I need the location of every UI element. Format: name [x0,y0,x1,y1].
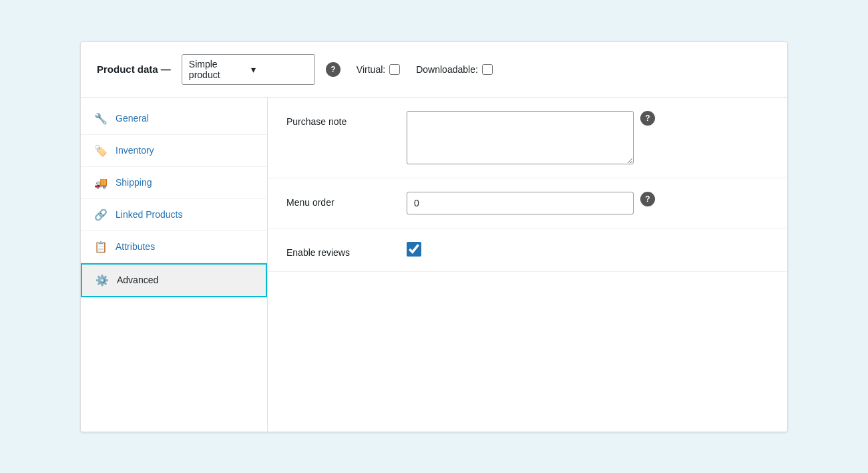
truck-icon: 🚚 [94,176,107,189]
menu-order-label: Menu order [286,192,393,208]
tag-icon: 🏷️ [94,144,107,157]
product-type-help-icon[interactable]: ? [326,62,341,77]
virtual-label: Virtual: [357,64,385,75]
sidebar-label-inventory: Inventory [116,145,154,156]
sidebar-label-linked-products: Linked Products [116,209,182,220]
sidebar-item-advanced[interactable]: ⚙️ Advanced [81,263,267,297]
dropdown-arrow-icon: ▾ [251,64,308,75]
downloadable-checkbox[interactable] [482,64,493,75]
enable-reviews-checkbox[interactable] [407,242,421,257]
virtual-checkbox[interactable] [389,64,400,75]
downloadable-checkbox-label[interactable]: Downloadable: [416,64,493,75]
panel-body: 🔧 General 🏷️ Inventory 🚚 Shipping 🔗 Link… [81,98,787,432]
purchase-note-textarea[interactable] [407,111,634,164]
product-data-panel: Product data — Simple product ▾ ? Virtua… [80,41,788,432]
downloadable-label: Downloadable: [416,64,478,75]
product-type-value: Simple product [189,59,246,80]
sidebar-label-attributes: Attributes [116,241,155,252]
purchase-note-row: Purchase note ? [268,98,787,178]
sidebar-label-shipping: Shipping [116,177,152,188]
sidebar-item-inventory[interactable]: 🏷️ Inventory [81,135,267,167]
product-type-select[interactable]: Simple product ▾ [182,54,315,85]
link-icon: 🔗 [94,208,107,221]
menu-order-input[interactable] [407,192,634,214]
checkbox-group: Virtual: Downloadable: [357,64,493,75]
gear-icon: ⚙️ [95,274,109,287]
wrench-icon: 🔧 [94,112,107,125]
sidebar-item-general[interactable]: 🔧 General [81,103,267,135]
purchase-note-input-group: ? [407,111,769,164]
list-icon: 📋 [94,241,107,253]
sidebar-label-advanced: Advanced [117,275,158,285]
enable-reviews-label: Enable reviews [286,242,393,258]
panel-header: Product data — Simple product ▾ ? Virtua… [81,42,787,98]
sidebar-item-attributes[interactable]: 📋 Attributes [81,231,267,263]
virtual-checkbox-label[interactable]: Virtual: [357,64,400,75]
enable-reviews-input-group [407,242,769,257]
sidebar-label-general: General [116,113,149,124]
menu-order-help-icon[interactable]: ? [640,192,655,206]
sidebar-item-shipping[interactable]: 🚚 Shipping [81,167,267,199]
sidebar: 🔧 General 🏷️ Inventory 🚚 Shipping 🔗 Link… [81,98,268,432]
purchase-note-label: Purchase note [286,111,393,127]
enable-reviews-row: Enable reviews [268,228,787,272]
menu-order-input-group: ? [407,192,769,214]
purchase-note-help-icon[interactable]: ? [640,111,655,126]
main-content: Purchase note ? Menu order ? Enable revi… [268,98,787,432]
sidebar-item-linked-products[interactable]: 🔗 Linked Products [81,199,267,231]
panel-title: Product data — [97,63,171,75]
menu-order-row: Menu order ? [268,178,787,228]
